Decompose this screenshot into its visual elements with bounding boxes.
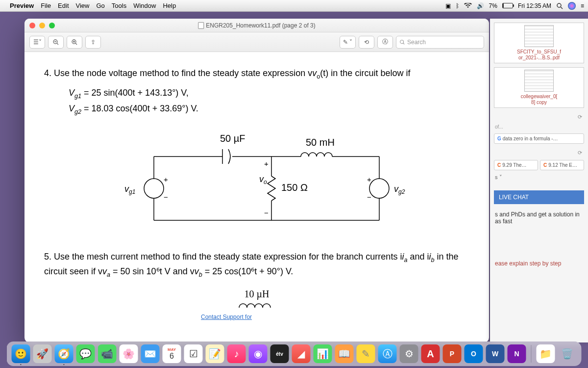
zoom-in-button[interactable] bbox=[67, 36, 82, 49]
browser-tab-chegg-2[interactable]: C9.12 The E… bbox=[540, 160, 584, 170]
svg-line-1 bbox=[561, 7, 563, 9]
vg1-label: vg1 bbox=[124, 184, 135, 195]
siri-icon[interactable] bbox=[568, 2, 576, 10]
explain-text: ease explain step by step bbox=[490, 257, 588, 270]
menu-file[interactable]: File bbox=[41, 2, 51, 9]
document-body: 4. Use the node voltage method to find t… bbox=[24, 52, 489, 342]
vg2-label: vg2 bbox=[394, 184, 405, 195]
toolbar: ☰˅ ⇪ ✎ ˅ ⟲ Ⓐ Search bbox=[24, 32, 489, 52]
dock-books[interactable]: 📖 bbox=[335, 344, 354, 363]
search-input[interactable]: Search bbox=[396, 36, 484, 49]
menu-window[interactable]: Window bbox=[133, 2, 156, 9]
screen-record-icon[interactable]: ▣ bbox=[445, 2, 451, 9]
menu-view[interactable]: View bbox=[76, 2, 90, 9]
highlight-button[interactable]: ✎ ˅ bbox=[340, 36, 356, 49]
fullscreen-button[interactable] bbox=[49, 23, 55, 28]
menu-go[interactable]: Go bbox=[96, 2, 104, 9]
control-center-icon[interactable]: ≡ bbox=[581, 2, 584, 9]
reload-icon[interactable]: ⟳ bbox=[490, 112, 588, 122]
dock-safari[interactable]: 🧭 bbox=[55, 344, 74, 363]
dock-safari2[interactable]: ◢ bbox=[292, 344, 311, 363]
dock-music[interactable]: ♪ bbox=[227, 344, 246, 363]
circuit-diagram: 50 µF 50 mH 150 Ω vo vg1 vg2 + − + − + − bbox=[105, 127, 409, 235]
svg-point-9 bbox=[400, 40, 404, 43]
dock-tv[interactable]: étv bbox=[270, 344, 289, 363]
svg-text:−: − bbox=[264, 209, 269, 217]
svg-line-8 bbox=[75, 43, 77, 45]
svg-text:+: + bbox=[367, 175, 371, 184]
dock-reminders[interactable]: ☑︎ bbox=[184, 344, 203, 363]
dock-outlook[interactable]: O bbox=[465, 344, 483, 363]
support-link[interactable]: Contact Support for bbox=[201, 314, 469, 320]
rotate-button[interactable]: ⟲ bbox=[359, 36, 374, 49]
desktop-file-1[interactable]: SFCITY_to_SFSU_for_2021-...B.S..pdf bbox=[494, 23, 584, 63]
dock-word[interactable]: W bbox=[486, 344, 505, 363]
window-title: ENGR205_Homework11.pdf (page 2 of 3) bbox=[198, 22, 315, 29]
menu-edit[interactable]: Edit bbox=[58, 2, 69, 9]
window-controls bbox=[29, 23, 55, 28]
spotlight-icon[interactable] bbox=[556, 2, 563, 9]
browser-tab-google[interactable]: Gdata zero in a formula -… bbox=[494, 133, 584, 144]
browser-tab-chegg-1[interactable]: C9.29 The… bbox=[494, 160, 538, 170]
preview-window: ENGR205_Homework11.pdf (page 2 of 3) ☰˅ … bbox=[24, 19, 489, 342]
inductor-icon bbox=[237, 300, 276, 311]
file-thumb-icon bbox=[524, 25, 554, 47]
dock-downloads[interactable]: 📁 bbox=[537, 344, 555, 363]
status-tray: ▣ ᛒ 🔊 7% Fri 12:35 AM ≡ bbox=[445, 2, 584, 10]
sidebar-toggle-button[interactable]: ☰˅ bbox=[29, 36, 45, 49]
vo-label: vo bbox=[259, 174, 267, 185]
dock-mail[interactable]: ✉️ bbox=[141, 344, 160, 363]
dock-pages[interactable]: ✎ bbox=[357, 344, 375, 363]
dock: 🙂 🚀 🧭 💬 📹 🌸 ✉️ MAY6 ☑︎ 📝 ♪ ◉ étv ◢ 📊 📖 ✎… bbox=[7, 342, 582, 366]
menu-tools[interactable]: Tools bbox=[112, 2, 126, 9]
reload-icon-2[interactable]: ⟳ bbox=[490, 148, 588, 158]
wifi-icon[interactable] bbox=[464, 3, 472, 8]
zoom-out-button[interactable] bbox=[48, 36, 64, 49]
given-equations: Vg1 = 25 sin(400t + 143.13°) V, Vg2 = 18… bbox=[69, 88, 469, 115]
dock-autodesk[interactable]: A bbox=[421, 344, 440, 363]
svg-point-17 bbox=[144, 179, 164, 198]
dock-numbers[interactable]: 📊 bbox=[314, 344, 332, 363]
clock[interactable]: Fri 12:35 AM bbox=[518, 2, 551, 9]
svg-text:−: − bbox=[164, 193, 168, 201]
dock-notes[interactable]: 📝 bbox=[206, 344, 224, 363]
minimize-button[interactable] bbox=[39, 23, 45, 28]
dock-launchpad[interactable]: 🚀 bbox=[33, 344, 52, 363]
live-chat-button[interactable]: LIVE CHAT bbox=[494, 190, 584, 204]
res-label: 150 Ω bbox=[281, 182, 308, 193]
dock-trash[interactable]: 🗑️ bbox=[558, 344, 577, 363]
bluetooth-icon[interactable]: ᛒ bbox=[456, 2, 459, 9]
svg-point-20 bbox=[369, 179, 389, 198]
close-button[interactable] bbox=[29, 23, 35, 28]
menubar: Preview File Edit View Go Tools Window H… bbox=[0, 0, 588, 12]
search-placeholder: Search bbox=[407, 39, 426, 46]
ref-text: of... bbox=[495, 124, 503, 130]
markup-button[interactable]: Ⓐ bbox=[377, 36, 393, 49]
dock-powerpoint[interactable]: P bbox=[443, 344, 462, 363]
dock-calendar[interactable]: MAY6 bbox=[163, 344, 181, 363]
menu-help[interactable]: Help bbox=[163, 2, 176, 9]
dock-settings[interactable]: ⚙︎ bbox=[400, 344, 418, 363]
dock-divider bbox=[531, 345, 532, 363]
dock-photos[interactable]: 🌸 bbox=[120, 344, 138, 363]
dock-messages[interactable]: 💬 bbox=[76, 344, 95, 363]
inductor2-label: 10 µH bbox=[44, 289, 469, 300]
question-5-prompt: 5. Use the mesh current method to find t… bbox=[44, 250, 469, 280]
app-name[interactable]: Preview bbox=[10, 2, 34, 9]
document-icon bbox=[198, 22, 204, 29]
svg-text:+: + bbox=[264, 159, 269, 168]
dock-appstore[interactable]: Ⓐ bbox=[378, 344, 397, 363]
dock-finder[interactable]: 🙂 bbox=[12, 344, 30, 363]
dropdown-s[interactable]: s ˅ bbox=[490, 172, 588, 183]
volume-icon[interactable]: 🔊 bbox=[477, 2, 484, 9]
share-button[interactable]: ⇪ bbox=[85, 36, 101, 49]
dock-onenote[interactable]: N bbox=[508, 344, 526, 363]
dock-podcasts[interactable]: ◉ bbox=[249, 344, 268, 363]
desktop-file-2[interactable]: collegewaiver_0[8] copy bbox=[494, 67, 584, 108]
battery-icon[interactable] bbox=[502, 3, 513, 8]
file-thumb-icon bbox=[524, 70, 554, 92]
dock-facetime[interactable]: 📹 bbox=[98, 344, 117, 363]
svg-line-4 bbox=[57, 43, 58, 45]
question-4-prompt: 4. Use the node voltage method to find t… bbox=[44, 67, 469, 81]
battery-percent: 7% bbox=[489, 2, 497, 9]
